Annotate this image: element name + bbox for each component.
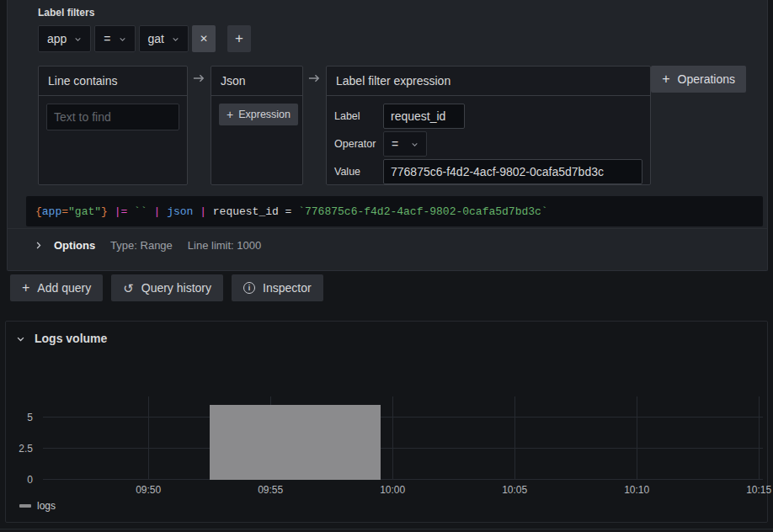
chevron-down-icon [74,35,82,43]
pipeline-cards-row: Line contains Json + Expression Label fi… [38,66,651,185]
y-gridline [43,417,763,418]
y-tick-label: 0 [6,474,33,486]
y-tick-label: 5 [6,412,33,423]
add-query-label: Add query [37,281,91,295]
logs-volume-header[interactable]: Logs volume [6,322,767,345]
legend-item-logs[interactable]: logs [19,500,56,512]
query-token-plain [147,205,154,218]
json-title: Json [211,66,302,96]
plus-icon: + [235,30,243,47]
inspector-label: Inspector [263,281,312,295]
query-token-plain [206,205,213,218]
query-token-plain [127,205,134,218]
label-filter-expression-card: Label filter expression Label Operator =… [326,66,651,185]
x-tick-label: 10:10 [624,484,649,496]
query-history-button[interactable]: ↺ Query history [111,274,223,301]
lfe-label-input[interactable] [383,104,465,129]
query-token-punct: { [35,205,42,218]
close-icon: ✕ [200,33,208,45]
lfe-operator-field-label: Operator [334,138,383,150]
x-gridline [637,396,637,480]
y-gridline [43,448,763,449]
logs-volume-title: Logs volume [35,332,107,345]
query-preview: {app="gat"} |= `` | json | request_id = … [26,196,763,226]
query-token-string: `776875c6-f4d2-4acf-9802-0cafa5d7bd3c` [298,205,547,218]
x-tick-label: 09:55 [258,484,283,496]
x-tick-label: 10:15 [746,484,771,496]
query-token-op: | [200,205,206,218]
plus-icon: + [22,280,29,295]
chart-x-axis: 09:5009:5510:0010:0510:1010:15 [43,484,763,497]
query-editor-container: Label filters app = gat ✕ + Line contain… [7,0,768,271]
add-expression-button[interactable]: + Expression [219,104,298,125]
query-preview-code: {app="gat"} |= `` | json | request_id = … [35,205,548,218]
chart-y-axis: 02.55 [6,396,38,480]
plus-icon: + [662,72,669,87]
add-label-filter-button[interactable]: + [227,25,251,52]
label-filter-expression-title: Label filter expression [327,66,650,96]
query-token-punct: = [61,205,68,218]
query-token-plain [160,205,167,218]
query-history-label: Query history [141,281,211,295]
info-circle-icon: i [243,282,255,294]
y-gridline [43,479,763,480]
query-token-plain [193,205,200,218]
lfe-value-input[interactable] [383,159,642,184]
options-type: Type: Range [110,239,173,252]
label-name-select[interactable]: app [38,25,91,52]
legend-label: logs [37,500,56,512]
label-filters-row: app = gat ✕ + [38,25,251,52]
logs-volume-panel: Logs volume 02.55 09:5009:5510:0010:0510… [5,321,768,523]
query-token-string: "gat" [68,205,101,218]
inspector-button[interactable]: i Inspector [232,274,323,301]
lfe-operator-value: = [392,137,398,151]
query-token-punct: } [101,205,108,218]
label-name-value: app [47,32,67,45]
line-contains-title: Line contains [39,66,187,96]
lfe-operator-select[interactable]: = [383,131,427,157]
chart-plot[interactable] [43,396,763,480]
y-tick-label: 2.5 [6,443,33,455]
logs-volume-bar[interactable] [210,405,381,480]
options-row: Options Type: Range Line limit: 1000 [8,228,767,271]
remove-label-filter-button[interactable]: ✕ [192,25,216,52]
operations-label: Operations [678,72,735,86]
add-query-button[interactable]: + Add query [10,274,103,301]
query-token-label: json [167,205,193,218]
options-title: Options [54,239,95,252]
options-line-limit: Line limit: 1000 [188,239,261,252]
lfe-value-field-label: Value [334,166,383,178]
line-contains-card: Line contains [38,66,188,185]
label-operator-value: = [104,32,110,45]
query-token-string: `` [134,205,147,218]
x-gridline [514,396,515,480]
lfe-label-field-label: Label [334,110,383,122]
explore-toolbar: + Add query ↺ Query history i Inspector [10,274,323,301]
arrow-right-icon [193,74,205,82]
label-operator-select[interactable]: = [94,25,135,52]
chevron-down-icon [172,35,179,43]
chevron-down-icon [119,35,126,43]
label-value-value: gat [148,32,164,45]
add-expression-label: Expression [238,109,291,120]
label-filters-title: Label filters [38,7,94,19]
chevron-down-icon [16,334,25,343]
plus-icon: + [227,108,233,121]
query-token-plain [108,205,115,218]
chevron-down-icon [411,141,418,148]
operations-button[interactable]: + Operations [651,66,746,93]
label-value-select[interactable]: gat [139,25,189,52]
x-tick-label: 09:50 [136,484,161,496]
query-token-label: app [42,205,61,218]
x-gridline [392,396,393,480]
chevron-right-icon [35,241,42,250]
x-tick-label: 10:05 [502,484,527,496]
query-token-op: |= [115,205,128,218]
x-tick-label: 10:00 [380,484,405,496]
json-card: Json + Expression [211,66,303,185]
query-token-plain: request_id = [213,205,298,218]
next-panel-edge [0,529,773,532]
line-contains-input[interactable] [46,104,179,130]
x-gridline [148,396,149,480]
options-toggle[interactable]: Options [35,239,95,252]
